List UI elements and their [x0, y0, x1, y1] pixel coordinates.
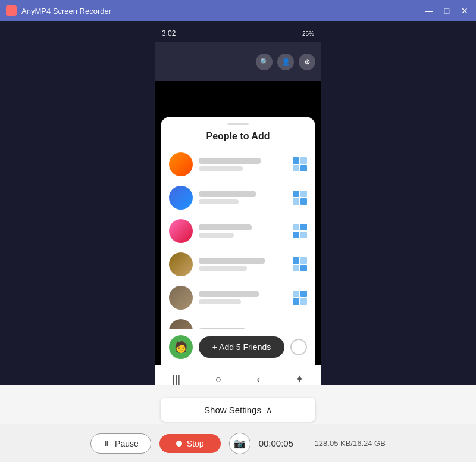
add-icon[interactable] — [293, 191, 307, 205]
phone-screen: 3:02 26% 🔍 👤 ⚙ People to Add — [155, 24, 321, 394]
status-time: 3:02 — [162, 29, 176, 38]
person-icon[interactable]: ✦ — [295, 373, 304, 386]
show-settings-bar[interactable]: Show Settings ∧ — [161, 398, 315, 422]
modal-sheet: People to Add — [161, 117, 315, 365]
back-icon[interactable]: ‹ — [256, 373, 260, 386]
bottom-controls: Show Settings ∧ ⏸ Pause Stop 📷 00:00:05 … — [0, 385, 476, 462]
add-icon[interactable] — [293, 291, 307, 305]
add-friends-avatar: 🧑 — [169, 335, 193, 359]
person-row — [169, 181, 307, 214]
avatar — [169, 286, 193, 310]
camera-icon: 📷 — [234, 438, 246, 449]
maximize-button[interactable]: □ — [441, 6, 452, 15]
status-icons: 26% — [302, 30, 314, 37]
add-icon[interactable] — [293, 224, 307, 238]
people-list — [161, 148, 315, 329]
minimize-button[interactable]: — — [424, 6, 434, 15]
file-size-display: 128.05 KB/16.24 GB — [315, 439, 386, 448]
stop-dot-icon — [176, 441, 182, 447]
home-icon[interactable]: ○ — [215, 373, 222, 386]
app-title: AnyMP4 Screen Recorder — [21, 7, 111, 15]
add-friends-button[interactable]: + Add 5 Friends — [199, 336, 284, 358]
person-row — [169, 281, 307, 314]
pause-button[interactable]: ⏸ Pause — [90, 433, 151, 454]
avatar — [169, 319, 193, 329]
app-header: 🔍 👤 ⚙ — [155, 42, 321, 81]
title-bar-left: AnyMP4 Screen Recorder — [6, 5, 111, 16]
main-content: 3:02 26% 🔍 👤 ⚙ People to Add — [0, 21, 476, 462]
timer-display: 00:00:05 — [259, 438, 306, 448]
modal-title: People to Add — [161, 129, 315, 148]
stop-label: Stop — [187, 439, 204, 448]
pause-icon: ⏸ — [103, 439, 110, 448]
person-row — [169, 314, 307, 329]
menu-icon[interactable]: ||| — [172, 373, 180, 386]
avatar — [169, 152, 193, 176]
avatar — [169, 252, 193, 276]
title-bar: AnyMP4 Screen Recorder — □ ✕ — [0, 0, 476, 21]
show-settings-label: Show Settings — [204, 405, 261, 415]
avatar — [169, 219, 193, 243]
add-friends-row: 🧑 + Add 5 Friends — [161, 329, 315, 365]
close-button[interactable]: ✕ — [459, 6, 470, 15]
add-friends-circle — [290, 339, 307, 355]
screenshot-button[interactable]: 📷 — [229, 433, 250, 454]
add-person-icon[interactable]: 👤 — [277, 54, 294, 70]
person-row — [169, 214, 307, 248]
status-bar: 3:02 26% — [155, 24, 321, 42]
add-icon[interactable] — [293, 257, 307, 271]
chevron-up-icon: ∧ — [266, 405, 272, 414]
add-icon[interactable] — [293, 157, 307, 171]
pause-label: Pause — [115, 439, 139, 448]
window-controls: — □ ✕ — [424, 6, 470, 15]
battery-icon: 26% — [302, 30, 314, 37]
person-row — [169, 248, 307, 281]
search-icon[interactable]: 🔍 — [256, 54, 273, 70]
stop-button[interactable]: Stop — [159, 434, 221, 453]
app-logo — [6, 5, 17, 16]
person-row — [169, 148, 307, 181]
modal-handle — [227, 123, 249, 125]
avatar — [169, 186, 193, 210]
settings-icon[interactable]: ⚙ — [299, 54, 315, 70]
recording-controls: ⏸ Pause Stop 📷 00:00:05 128.05 KB/16.24 … — [0, 424, 476, 462]
